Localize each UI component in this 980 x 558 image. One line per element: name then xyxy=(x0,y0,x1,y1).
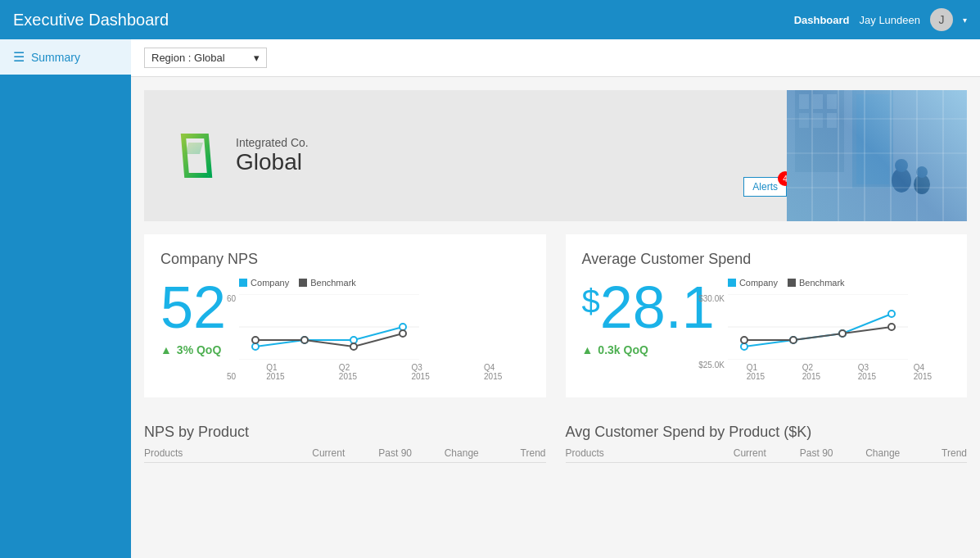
svg-point-21 xyxy=(350,337,357,343)
toolbar: Region : Global ▾ xyxy=(131,39,980,77)
avg-spend-x-labels: Q12015 Q22015 Q32015 Q42015 xyxy=(728,363,951,381)
benchmark-dot xyxy=(299,279,307,287)
svg-point-19 xyxy=(252,343,259,350)
avg-spend-legend-benchmark-label: Benchmark xyxy=(799,278,845,288)
nps-by-product-header: Products Current Past 90 Change Trend xyxy=(144,447,546,463)
nps-col-trend: Trend xyxy=(479,447,546,459)
avg-spend-card: Average Customer Spend $28.1 ▲ 0.3k QoQ xyxy=(566,234,968,397)
avg-spend-by-product-section: Avg Customer Spend by Product ($K) Produ… xyxy=(566,424,968,463)
avg-spend-col-products: Products xyxy=(566,447,700,459)
svg-point-14 xyxy=(914,175,930,194)
company-dot xyxy=(239,279,247,287)
svg-point-30 xyxy=(741,343,747,350)
trend-up-icon: ▲ xyxy=(160,343,172,356)
alerts-button[interactable]: 4 Alerts xyxy=(743,177,787,197)
avg-spend-value-area: $28.1 ▲ 0.3k QoQ xyxy=(582,278,715,356)
company-info: Integrated Co. Global xyxy=(236,136,309,175)
nps-value: 52 xyxy=(160,278,226,337)
svg-point-22 xyxy=(400,324,406,330)
svg-rect-9 xyxy=(827,113,837,128)
nps-trend-value: 3% QoQ xyxy=(177,343,221,356)
nps-by-product-section: NPS by Product Products Current Past 90 … xyxy=(144,424,546,463)
nps-col-change: Change xyxy=(412,447,479,459)
nps-chart-area: Company Benchmark 60 50 xyxy=(239,278,529,381)
nps-col-current: Current xyxy=(278,447,345,459)
nps-legend-benchmark-label: Benchmark xyxy=(310,278,356,288)
avg-spend-chart-legend: Company Benchmark xyxy=(728,278,951,288)
nps-title: Company NPS xyxy=(160,251,530,268)
avatar[interactable]: J xyxy=(930,8,953,31)
avg-spend-by-product-title: Avg Customer Spend by Product ($K) xyxy=(566,424,968,441)
region-label: Region : Global xyxy=(151,52,225,64)
hero-banner: Integrated Co. Global 4 Alerts xyxy=(144,90,967,221)
svg-point-24 xyxy=(301,337,308,343)
svg-rect-7 xyxy=(799,113,809,128)
nps-col-products: Products xyxy=(144,447,278,459)
header: Executive Dashboard Dashboard Jay Lundee… xyxy=(0,0,980,39)
avg-spend-col-current: Current xyxy=(699,447,766,459)
avg-spend-col-past90: Past 90 xyxy=(766,447,833,459)
svg-rect-4 xyxy=(799,94,809,109)
hero-logo-area: Integrated Co. Global xyxy=(144,110,335,202)
hero-scene-svg xyxy=(787,90,967,221)
nps-y-max: 60 xyxy=(227,294,239,303)
svg-point-12 xyxy=(892,168,911,193)
nps-content: 52 ▲ 3% QoQ Company xyxy=(160,278,530,381)
avatar-initial: J xyxy=(939,13,945,26)
avg-spend-value: $28.1 xyxy=(582,278,715,337)
alerts-label: Alerts xyxy=(752,181,778,193)
sidebar-item-summary[interactable]: ☰ Summary xyxy=(0,39,131,75)
svg-point-35 xyxy=(790,337,797,343)
company-name-small: Integrated Co. xyxy=(236,136,309,149)
nps-legend-benchmark: Benchmark xyxy=(299,278,356,288)
avg-spend-trend-icon: ▲ xyxy=(582,343,594,356)
svg-rect-3 xyxy=(795,90,844,172)
company-name-large: Global xyxy=(236,149,309,175)
svg-rect-10 xyxy=(852,90,893,188)
avg-spend-y-min: $25.0K xyxy=(698,361,728,370)
nps-by-product-title: NPS by Product xyxy=(144,424,546,441)
nps-card: Company NPS 52 ▲ 3% QoQ Company xyxy=(144,234,546,397)
sidebar-item-label: Summary xyxy=(31,51,80,64)
alerts-area: 4 Alerts xyxy=(743,177,787,197)
sidebar: ☰ Summary xyxy=(0,39,131,558)
svg-rect-8 xyxy=(813,113,823,128)
svg-point-37 xyxy=(888,324,895,330)
nps-col-past90: Past 90 xyxy=(345,447,412,459)
menu-icon: ☰ xyxy=(13,49,25,65)
avg-spend-legend-benchmark: Benchmark xyxy=(788,278,845,288)
avg-spend-trend: ▲ 0.3k QoQ xyxy=(582,343,715,356)
svg-rect-6 xyxy=(827,94,837,109)
dropdown-arrow-icon: ▾ xyxy=(254,52,260,64)
currency-symbol: $ xyxy=(582,284,600,317)
avg-spend-by-product-header: Products Current Past 90 Change Trend xyxy=(566,447,968,463)
app-title: Executive Dashboard xyxy=(13,11,169,29)
svg-rect-11 xyxy=(856,94,889,184)
avg-spend-company-dot xyxy=(728,279,736,287)
svg-marker-0 xyxy=(183,136,210,175)
svg-point-13 xyxy=(895,159,908,172)
avg-spend-chart-svg xyxy=(728,294,908,360)
avg-spend-chart-container: $30.0K $25.0K xyxy=(728,294,951,381)
svg-point-34 xyxy=(741,337,747,343)
region-dropdown[interactable]: Region : Global ▾ xyxy=(144,48,267,68)
metrics-section: Company NPS 52 ▲ 3% QoQ Company xyxy=(131,234,980,411)
svg-point-33 xyxy=(888,311,895,317)
nps-trend: ▲ 3% QoQ xyxy=(160,343,226,356)
company-logo xyxy=(170,129,223,182)
nps-value-area: 52 ▲ 3% QoQ xyxy=(160,278,226,356)
avg-spend-chart-area: Company Benchmark $30.0K $25.0K xyxy=(728,278,951,381)
dashboard-nav-link[interactable]: Dashboard xyxy=(794,14,850,26)
header-right: Dashboard Jay Lundeen J ▾ xyxy=(794,8,967,31)
svg-point-26 xyxy=(400,330,406,337)
avg-spend-y-max: $30.0K xyxy=(698,294,728,303)
avg-spend-col-change: Change xyxy=(833,447,901,459)
svg-point-25 xyxy=(350,343,357,350)
svg-point-23 xyxy=(252,337,259,343)
chevron-down-icon[interactable]: ▾ xyxy=(963,16,967,25)
nps-legend-company-label: Company xyxy=(251,278,289,288)
avg-spend-trend-value: 0.3k QoQ xyxy=(598,343,648,356)
svg-marker-1 xyxy=(185,143,203,154)
bottom-section: NPS by Product Products Current Past 90 … xyxy=(131,411,980,476)
avg-spend-number: 28.1 xyxy=(600,274,715,340)
